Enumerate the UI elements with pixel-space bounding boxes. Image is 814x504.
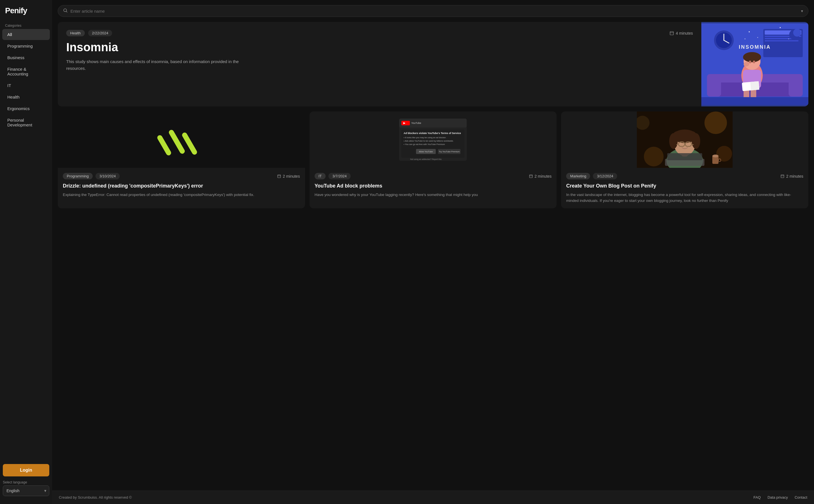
svg-point-28 (753, 61, 755, 63)
svg-text:YouTube: YouTube (411, 122, 421, 124)
card-title-blog: Create Your Own Blog Post on Penify (566, 183, 803, 189)
svg-text:• You can go ad-free with YouT: • You can go ad-free with YouTube Premiu… (403, 143, 445, 146)
card-meta-drizzle: Programming 3/10/2024 2 minutes (63, 173, 300, 179)
card-body-blog: Marketing 3/12/2024 2 minutes Create You… (561, 168, 808, 208)
card-thumbnail-youtube: ▶ YouTube Ad blockers violate YouTube's … (309, 111, 557, 168)
sidebar-nav: All Programming Business Finance & Accou… (0, 29, 52, 504)
card-tag-drizzle: Programming (63, 173, 93, 179)
sidebar-item-ergonomics[interactable]: Ergonomics (2, 103, 50, 114)
footer: Created by Scrumbuiss. All rights reserv… (52, 490, 814, 504)
featured-read-time: 4 minutes (670, 31, 693, 35)
card-description-blog: In the vast landscape of the internet, b… (566, 192, 803, 204)
svg-point-16 (745, 39, 746, 39)
svg-point-72 (687, 131, 697, 141)
card-date-blog: 3/12/2024 (593, 173, 617, 179)
svg-rect-79 (667, 153, 702, 160)
search-input[interactable] (70, 9, 798, 14)
svg-rect-23 (789, 74, 803, 97)
sidebar-item-finance[interactable]: Finance & Accounting (2, 64, 50, 79)
login-button[interactable]: Login (3, 464, 49, 476)
sidebar-item-programming[interactable]: Programming (2, 41, 50, 52)
svg-text:INSOMNIA: INSOMNIA (739, 44, 771, 50)
footer-link-faq[interactable]: FAQ (753, 495, 761, 499)
article-cards-grid: Programming 3/10/2024 2 minutes Drizzle:… (58, 111, 808, 208)
card-meta-youtube: IT 3/7/2024 2 minutes (314, 173, 552, 179)
card-date-youtube: 3/7/2024 (328, 173, 351, 179)
svg-point-71 (673, 131, 683, 141)
svg-text:• It looks like you may be usi: • It looks like you may be using an ad b… (403, 136, 446, 139)
featured-article-card[interactable]: Health 2/22/2024 4 minutes Insomnia This… (58, 22, 808, 106)
search-icon (63, 8, 68, 14)
article-card-blog[interactable]: Marketing 3/12/2024 2 minutes Create You… (561, 111, 808, 208)
card-description-drizzle: Explaining the TypeError: Cannot read pr… (63, 192, 300, 198)
svg-rect-59 (529, 175, 532, 178)
language-selector: Select language English Spanish French G… (3, 480, 49, 496)
card-tag-blog: Marketing (566, 173, 590, 179)
language-select[interactable]: English Spanish French German (3, 485, 49, 496)
featured-article-content: Health 2/22/2024 4 minutes Insomnia This… (58, 22, 701, 106)
card-thumbnail-blog (561, 111, 808, 168)
search-bar: ▾ (58, 5, 808, 17)
svg-point-18 (788, 39, 789, 39)
sidebar-item-personal-dev[interactable]: Personal Development (2, 115, 50, 130)
sidebar-item-health[interactable]: Health (2, 92, 50, 102)
svg-rect-42 (278, 175, 281, 178)
card-title-youtube: YouTube Ad block problems (314, 183, 552, 189)
card-read-time-blog: 2 minutes (780, 174, 803, 179)
featured-meta: Health 2/22/2024 4 minutes (66, 30, 693, 36)
svg-point-81 (712, 155, 719, 157)
select-language-label: Select language (3, 480, 49, 484)
language-wrapper: English Spanish French German ▾ (3, 485, 49, 496)
svg-text:• Ads allow YouTube to be used: • Ads allow YouTube to be used by billio… (403, 140, 454, 142)
featured-image: INSOMNIA (701, 22, 808, 106)
card-body-youtube: IT 3/7/2024 2 minutes YouTube Ad block p… (309, 168, 557, 202)
main-content: ▾ Health 2/22/2024 4 minutes Insomnia (52, 0, 814, 504)
featured-date: 2/22/2024 (88, 30, 112, 36)
svg-point-26 (743, 52, 761, 62)
svg-point-15 (757, 37, 758, 38)
svg-point-9 (793, 29, 801, 37)
svg-text:Ad blockers violate YouTube's : Ad blockers violate YouTube's Terms of S… (403, 132, 461, 135)
sidebar-item-it[interactable]: IT (2, 80, 50, 91)
svg-rect-83 (781, 175, 784, 178)
svg-rect-38 (136, 111, 226, 168)
footer-link-contact[interactable]: Contact (795, 495, 807, 499)
app-logo: Penify (0, 0, 52, 21)
svg-rect-37 (701, 97, 808, 105)
featured-description: This study shows main causes and effects… (66, 58, 258, 72)
svg-text:Not using an adblocker? Report: Not using an adblocker? Report this (411, 158, 442, 160)
card-body-drizzle: Programming 3/10/2024 2 minutes Drizzle:… (58, 168, 305, 202)
svg-text:▶: ▶ (403, 122, 405, 124)
svg-point-17 (780, 27, 781, 28)
svg-point-27 (749, 61, 751, 63)
svg-rect-46 (401, 121, 410, 125)
card-read-time-drizzle: 2 minutes (277, 174, 300, 179)
svg-point-61 (704, 111, 727, 134)
categories-label: Categories (0, 21, 52, 29)
card-meta-blog: Marketing 3/12/2024 2 minutes (566, 173, 803, 179)
footer-link-privacy[interactable]: Data privacy (768, 495, 788, 499)
svg-rect-36 (750, 81, 760, 90)
svg-text:Allow YouTube: Allow YouTube (419, 150, 433, 153)
featured-title: Insomnia (66, 41, 693, 54)
footer-copyright: Created by Scrumbuiss. All rights reserv… (59, 495, 132, 499)
svg-rect-1 (670, 32, 674, 35)
card-tag-youtube: IT (314, 173, 326, 179)
svg-rect-22 (707, 74, 721, 97)
login-section: Login (3, 464, 49, 476)
card-title-drizzle: Drizzle: undefined (reading 'compositePr… (63, 183, 300, 189)
card-read-time-youtube: 2 minutes (529, 174, 552, 179)
svg-rect-7 (765, 40, 799, 41)
svg-text:Try YouTube Premium: Try YouTube Premium (439, 150, 460, 153)
card-date-drizzle: 3/10/2024 (95, 173, 120, 179)
card-thumbnail-drizzle (58, 111, 305, 168)
footer-links: FAQ Data privacy Contact (753, 495, 807, 499)
sidebar-item-business[interactable]: Business (2, 52, 50, 63)
sidebar-item-all[interactable]: All (2, 29, 50, 40)
card-description-youtube: Have you wondered why is your YouTube la… (314, 192, 552, 198)
chevron-down-icon: ▾ (801, 9, 803, 13)
sidebar: Penify Categories All Programming Busine… (0, 0, 52, 504)
article-card-drizzle[interactable]: Programming 3/10/2024 2 minutes Drizzle:… (58, 111, 305, 208)
svg-point-14 (749, 31, 750, 32)
article-card-youtube[interactable]: ▶ YouTube Ad blockers violate YouTube's … (309, 111, 557, 208)
